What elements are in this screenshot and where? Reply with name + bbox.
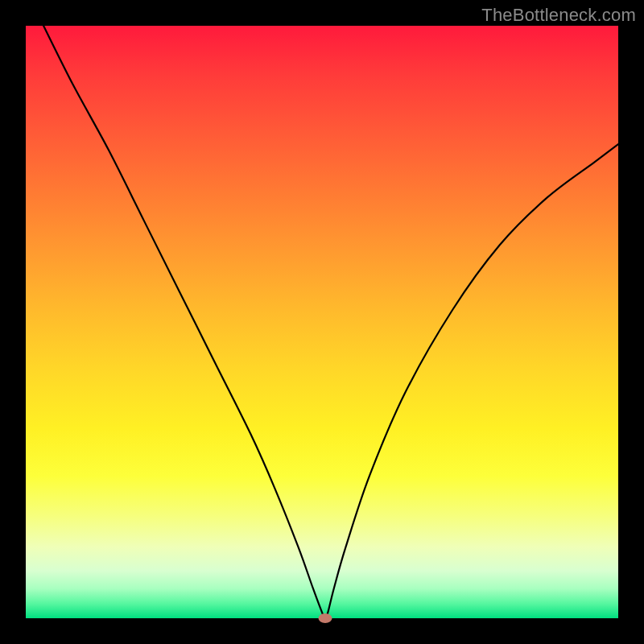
- plot-area: [26, 26, 618, 618]
- bottleneck-curve: [43, 26, 618, 618]
- curve-svg: [26, 26, 618, 618]
- optimal-point-marker: [318, 613, 332, 623]
- outer-frame: TheBottleneck.com: [0, 0, 644, 644]
- watermark-text: TheBottleneck.com: [481, 5, 636, 26]
